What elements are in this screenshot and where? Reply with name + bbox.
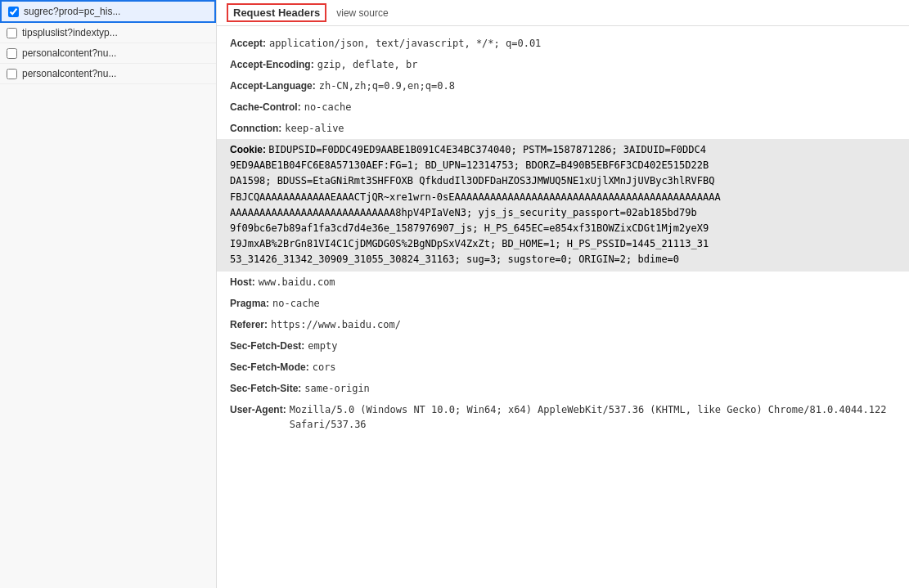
header-name: Sec-Fetch-Site: [230,381,301,396]
main-panel: Request Headers view source Accept:appli… [217,0,909,588]
sidebar-item-label-2: tipspluslist?indextyp... [22,27,118,38]
header-row: Accept-Language:zh-CN,zh;q=0.9,en;q=0.8 [230,75,896,97]
cookie-line: 9ED9AABE1B04FC6E8A57130AEF:FG=1; BD_UPN=… [230,158,896,173]
header-name: Host: [230,275,255,290]
header-value: gzip, deflate, br [317,57,418,72]
header-bar: Request Headers view source [217,0,909,26]
cookie-label: Cookie: [230,144,268,155]
header-row: Sec-Fetch-Mode:cors [230,357,896,378]
header-row: Pragma:no-cache [230,293,896,314]
view-source-link[interactable]: view source [336,7,388,19]
sidebar-checkbox-1[interactable] [8,7,19,17]
header-row: Referer:https://www.baidu.com/ [230,314,896,335]
cookie-line: I9JmxAB%2BrGn81VI4C1CjDMGDG0S%2BgNDpSxV4… [230,236,896,252]
header-value: keep-alive [285,121,344,136]
header-name: Cache-Control: [230,100,301,114]
cookie-block: Cookie: BIDUPSID=F0DDC49ED9AABE1B091C4E3… [217,139,909,272]
header-row: Sec-Fetch-Dest:empty [230,335,896,357]
header-value: zh-CN,zh;q=0.9,en;q=0.8 [319,79,455,93]
header-name: User-Agent: [230,402,286,432]
header-value: no-cache [272,296,320,311]
cookie-first-line: Cookie: BIDUPSID=F0DDC49ED9AABE1B091C4E3… [230,142,896,158]
header-value: Mozilla/5.0 (Windows NT 10.0; Win64; x64… [290,402,896,432]
header-name: Sec-Fetch-Mode: [230,360,309,375]
header-value: same-origin [304,381,369,396]
sidebar-item-4[interactable]: personalcontent?nu... [0,64,216,84]
header-row: Accept-Encoding:gzip, deflate, br [230,54,896,75]
header-row: Sec-Fetch-Site:same-origin [230,378,896,399]
header-name: Accept-Encoding: [230,57,314,72]
header-value: https://www.baidu.com/ [271,317,401,332]
header-row: Connction:keep-alive [230,118,896,139]
header-row: Cache-Control:no-cache [230,97,896,118]
header-row: Accept:application/json, text/javascript… [230,33,896,54]
sidebar-item-label-1: sugrec?prod=pc_his... [24,6,120,17]
header-row: User-Agent:Mozilla/5.0 (Windows NT 10.0;… [230,399,896,435]
sidebar: sugrec?prod=pc_his...tipspluslist?indext… [0,0,217,588]
header-name: Accept: [230,36,266,51]
sidebar-item-label-3: personalcontent?nu... [22,47,116,59]
sidebar-item-2[interactable]: tipspluslist?indextyp... [0,23,216,43]
sidebar-checkbox-4[interactable] [7,69,17,79]
header-name: Connction: [230,121,281,136]
cookie-line: FBJCQAAAAAAAAAAAAEAAACTjQR~xre1wrn-0sEAA… [230,190,896,205]
header-name: Sec-Fetch-Dest: [230,339,304,353]
header-value: www.baidu.com [259,275,335,290]
sidebar-checkbox-3[interactable] [7,48,17,59]
cookie-line: 53_31426_31342_30909_31055_30824_31163; … [230,252,896,267]
cookie-line: DA1598; BDUSS=EtaGNiRmt3SHFFOXB QfkdudIl… [230,173,896,189]
content-area: Accept:application/json, text/javascript… [217,26,909,588]
request-headers-title: Request Headers [227,3,326,22]
sidebar-checkbox-2[interactable] [7,28,17,38]
header-name: Accept-Language: [230,79,316,93]
sidebar-item-1[interactable]: sugrec?prod=pc_his... [0,0,216,23]
header-row: Host:www.baidu.com [230,272,896,293]
header-value: empty [308,339,337,353]
cookie-line: 9f09bc6e7b89af1fa3cd7d4e36e_1587976907_j… [230,221,896,236]
sidebar-item-label-4: personalcontent?nu... [22,68,116,79]
header-name: Pragma: [230,296,269,311]
header-name: Referer: [230,317,268,332]
header-value: no-cache [304,100,352,114]
cookie-line: AAAAAAAAAAAAAAAAAAAAAAAAAAAA8hpV4PIaVeN3… [230,205,896,221]
header-value: application/json, text/javascript, */*; … [269,36,541,51]
header-value: cors [313,360,336,375]
sidebar-item-3[interactable]: personalcontent?nu... [0,43,216,64]
